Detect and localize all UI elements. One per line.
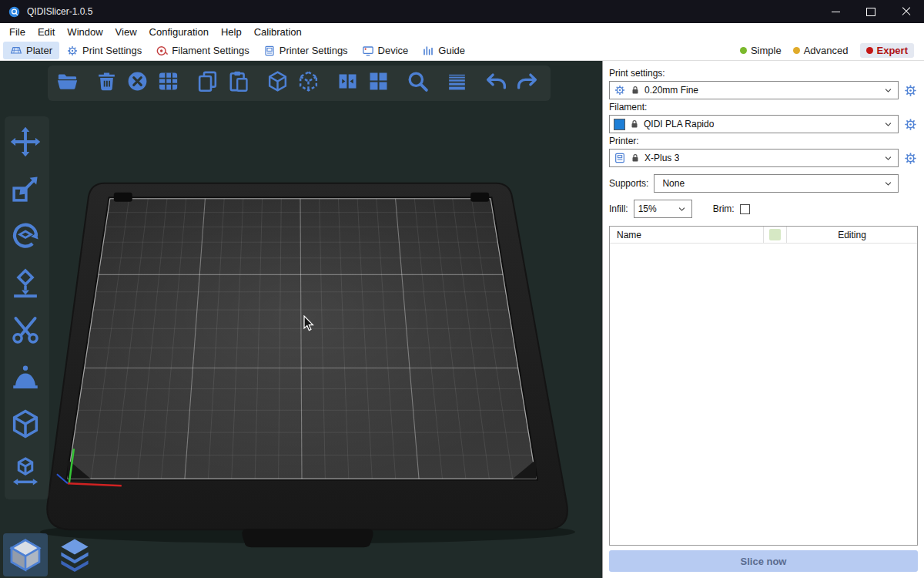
- split-objects-button[interactable]: [336, 69, 363, 97]
- printer-icon: [614, 152, 626, 164]
- tab-printer-settings[interactable]: Printer Settings: [256, 42, 355, 59]
- view-cube-tool-button[interactable]: [9, 408, 45, 443]
- column-extruder[interactable]: [764, 227, 787, 243]
- menu-bar: FileEditWindowViewConfigurationHelpCalib…: [0, 23, 924, 41]
- left-toolbar: [5, 116, 49, 499]
- paste-icon: [226, 69, 254, 97]
- split-parts-button[interactable]: [367, 69, 394, 97]
- print-profile-icon: [614, 84, 626, 96]
- split-parts-icon: [367, 69, 394, 97]
- object-list-header: Name Editing: [610, 227, 917, 244]
- supports-value: None: [662, 178, 685, 189]
- preview-layers-view-button[interactable]: [52, 533, 97, 576]
- object-list-body[interactable]: [610, 244, 917, 545]
- tab-guide[interactable]: Guide: [415, 42, 472, 59]
- lock-icon: [629, 119, 640, 129]
- open-icon: [55, 69, 83, 97]
- tab-device[interactable]: Device: [355, 42, 416, 59]
- slice-now-button[interactable]: Slice now: [609, 550, 918, 572]
- arrange-icon: [156, 69, 184, 97]
- printer-combo[interactable]: X-Plus 3: [609, 149, 899, 167]
- mouse-cursor-icon: [303, 315, 318, 332]
- menu-help[interactable]: Help: [215, 26, 248, 38]
- print-settings-combo[interactable]: 0.20mm Fine: [609, 81, 899, 99]
- scale-tool-button[interactable]: [9, 173, 45, 208]
- menu-calibration[interactable]: Calibration: [248, 26, 308, 38]
- add-instance-button[interactable]: [266, 69, 293, 97]
- copy-button[interactable]: [196, 69, 223, 97]
- variable-layer-height-icon: [445, 69, 473, 97]
- delete-button[interactable]: [95, 69, 122, 97]
- menu-edit[interactable]: Edit: [32, 26, 61, 38]
- redo-button[interactable]: [515, 69, 543, 97]
- open-button[interactable]: [55, 69, 83, 97]
- scale-icon: [9, 173, 45, 208]
- delete-all-button[interactable]: [126, 69, 153, 97]
- spool-tab-icon: [156, 45, 168, 57]
- extruder-color-icon: [769, 229, 781, 240]
- maximize-button[interactable]: [853, 0, 889, 23]
- brim-checkbox[interactable]: [740, 204, 750, 214]
- filament-value: QIDI PLA Rapido: [644, 119, 714, 129]
- menu-window[interactable]: Window: [61, 26, 109, 38]
- paint-support-icon: [9, 361, 45, 396]
- printer-gear-button[interactable]: [903, 151, 918, 166]
- chevron-down-icon: [882, 178, 894, 190]
- close-button[interactable]: [889, 0, 924, 23]
- supports-label: Supports:: [609, 178, 648, 189]
- lock-icon: [630, 85, 641, 96]
- supports-combo[interactable]: None: [654, 174, 899, 193]
- search-button[interactable]: [406, 69, 434, 97]
- filament-combo[interactable]: QIDI PLA Rapido: [609, 115, 899, 133]
- undo-button[interactable]: [484, 69, 512, 97]
- menu-view[interactable]: View: [109, 26, 143, 38]
- menu-configuration[interactable]: Configuration: [143, 26, 215, 38]
- cut-tool-button[interactable]: [9, 314, 45, 349]
- infill-combo[interactable]: 15%: [634, 200, 692, 218]
- printer-tab-icon: [263, 45, 276, 57]
- delete-all-icon: [126, 69, 153, 97]
- print-settings-gear-button[interactable]: [903, 83, 918, 98]
- mode-simple[interactable]: Simple: [740, 45, 782, 56]
- window-controls: [818, 0, 924, 23]
- paint-support-tool-button[interactable]: [9, 361, 45, 396]
- editor-3d-view-button[interactable]: [3, 533, 48, 576]
- column-editing[interactable]: Editing: [787, 227, 917, 243]
- chevron-down-icon: [882, 85, 894, 96]
- paste-button[interactable]: [226, 69, 254, 97]
- tab-plater[interactable]: Plater: [3, 42, 59, 59]
- split-objects-icon: [336, 69, 363, 97]
- menu-file[interactable]: File: [3, 26, 32, 38]
- move-tool-button[interactable]: [9, 126, 45, 161]
- brim-label: Brim:: [713, 203, 735, 214]
- minimize-button[interactable]: [818, 0, 853, 23]
- view-cube-icon: [9, 408, 45, 443]
- sidebar: Print settings: 0.20mm Fine Filament: QI…: [603, 61, 924, 578]
- arrange-button[interactable]: [156, 69, 184, 97]
- tab-filament-settings[interactable]: Filament Settings: [149, 42, 256, 59]
- guide-tab-icon: [422, 45, 434, 57]
- mode-expert[interactable]: Expert: [860, 43, 914, 58]
- mode-dot-icon: [866, 47, 873, 54]
- top-toolbar: [48, 66, 551, 101]
- printer-value: X-Plus 3: [644, 153, 679, 163]
- measure-icon: [9, 455, 45, 490]
- viewport-3d[interactable]: [0, 61, 603, 578]
- cut-icon: [9, 314, 45, 349]
- rotate-tool-button[interactable]: [9, 220, 45, 255]
- filament-label: Filament:: [609, 102, 918, 113]
- variable-layer-height-button[interactable]: [445, 69, 473, 97]
- mode-label: Simple: [751, 45, 782, 56]
- tab-label: Device: [378, 45, 409, 56]
- remove-instance-button[interactable]: [296, 69, 324, 97]
- place-on-face-tool-button[interactable]: [9, 267, 45, 302]
- lock-icon: [630, 153, 641, 163]
- tab-print-settings[interactable]: Print Settings: [59, 42, 149, 59]
- column-name[interactable]: Name: [610, 227, 764, 243]
- copy-icon: [196, 69, 223, 97]
- mode-dot-icon: [740, 47, 747, 54]
- mode-advanced[interactable]: Advanced: [793, 45, 849, 56]
- title-bar: QIDISlicer-1.0.5: [0, 0, 924, 23]
- measure-tool-button[interactable]: [9, 455, 45, 490]
- filament-gear-button[interactable]: [903, 117, 918, 132]
